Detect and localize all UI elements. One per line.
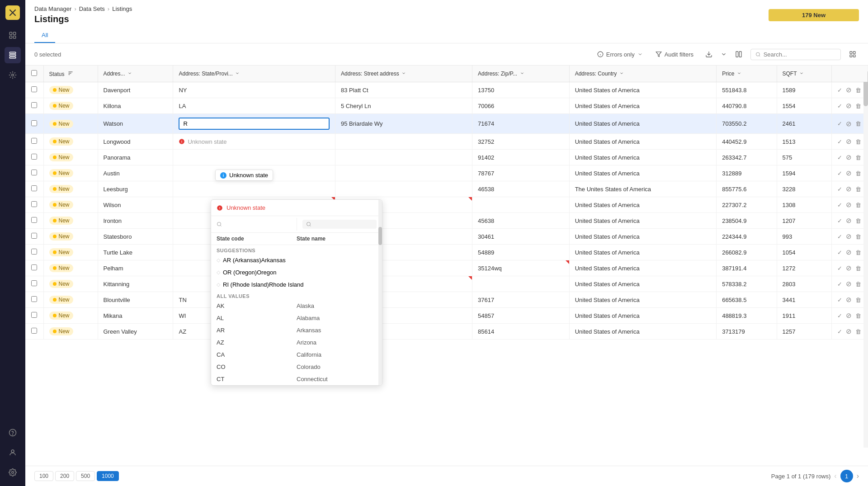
row-reject-icon[interactable]: ⊘ <box>846 169 852 177</box>
row-checkbox-cell[interactable] <box>25 82 43 98</box>
row-delete-icon[interactable]: 🗑 <box>855 87 861 94</box>
row-checkbox[interactable] <box>31 296 37 302</box>
page-size-500[interactable]: 500 <box>76 471 95 481</box>
row-confirm-icon[interactable]: ✓ <box>837 249 842 256</box>
row-country-cell[interactable]: United States of America <box>569 165 717 181</box>
row-sqft-cell[interactable]: 1308 <box>777 197 831 213</box>
sqft-column-header[interactable]: SQFT <box>777 66 831 82</box>
row-address-cell[interactable]: Mikana <box>98 308 173 324</box>
row-checkbox-cell[interactable] <box>25 114 43 134</box>
row-checkbox-cell[interactable] <box>25 165 43 181</box>
row-confirm-icon[interactable]: ✓ <box>837 170 842 177</box>
row-address-cell[interactable]: Austin <box>98 165 173 181</box>
row-country-cell[interactable]: United States of America <box>569 98 717 114</box>
row-checkbox-cell[interactable] <box>25 197 43 213</box>
row-country-cell[interactable]: United States of America <box>569 213 717 229</box>
page-size-200[interactable]: 200 <box>55 471 74 481</box>
dropdown-all-value-item[interactable]: ARArkansas <box>211 324 382 336</box>
row-country-cell[interactable]: United States of America <box>569 114 717 134</box>
row-checkbox[interactable] <box>31 249 37 255</box>
row-address-cell[interactable]: Ironton <box>98 213 173 229</box>
breadcrumb-data-sets[interactable]: Data Sets <box>79 5 105 12</box>
row-zip-cell[interactable] <box>472 276 570 292</box>
row-zip-cell[interactable]: 30461 <box>472 229 570 245</box>
row-zip-cell[interactable]: 45638 <box>472 213 570 229</box>
row-price-cell[interactable]: 488819.3 <box>717 308 777 324</box>
row-price-cell[interactable]: 3713179 <box>717 324 777 340</box>
row-zip-cell[interactable]: 46538 <box>472 181 570 197</box>
row-confirm-icon[interactable]: ✓ <box>837 120 842 127</box>
dropdown-scrollbar-thumb[interactable] <box>378 227 382 245</box>
row-reject-icon[interactable]: ⊘ <box>846 217 852 225</box>
row-zip-cell[interactable]: 37617 <box>472 292 570 308</box>
sidebar-settings-icon[interactable] <box>5 464 21 481</box>
row-address-cell[interactable]: Pelham <box>98 260 173 276</box>
dropdown-all-value-item[interactable]: AKAlaska <box>211 300 382 312</box>
state-column-header[interactable]: Address: State/Provi... <box>173 66 335 82</box>
row-confirm-icon[interactable]: ✓ <box>837 233 842 240</box>
row-address-cell[interactable]: Longwood <box>98 134 173 150</box>
row-state-cell[interactable] <box>173 114 335 134</box>
row-reject-icon[interactable]: ⊘ <box>846 102 852 110</box>
row-zip-cell[interactable]: 35124wq <box>472 260 570 276</box>
select-all-header[interactable] <box>25 66 43 82</box>
row-confirm-icon[interactable]: ✓ <box>837 297 842 303</box>
row-delete-icon[interactable]: 🗑 <box>855 202 861 208</box>
row-delete-icon[interactable]: 🗑 <box>855 103 861 109</box>
row-checkbox-cell[interactable] <box>25 308 43 324</box>
row-street-cell[interactable] <box>335 181 472 197</box>
row-checkbox-cell[interactable] <box>25 245 43 260</box>
row-delete-icon[interactable]: 🗑 <box>855 154 861 161</box>
row-checkbox[interactable] <box>31 217 37 223</box>
row-sqft-cell[interactable]: 1589 <box>777 82 831 98</box>
search-input[interactable] <box>764 51 836 58</box>
row-delete-icon[interactable]: 🗑 <box>855 170 861 177</box>
row-address-cell[interactable]: Turtle Lake <box>98 245 173 260</box>
suggestion-ri[interactable]: ◇ RI (Rhode Island) Rhode Island <box>211 278 382 291</box>
row-price-cell[interactable]: 263342.7 <box>717 150 777 165</box>
row-delete-icon[interactable]: 🗑 <box>855 281 861 288</box>
zip-column-header[interactable]: Address: Zip/P... <box>472 66 570 82</box>
row-sqft-cell[interactable]: 2803 <box>777 276 831 292</box>
row-address-cell[interactable]: Wilson <box>98 197 173 213</box>
row-price-cell[interactable]: 440790.8 <box>717 98 777 114</box>
row-reject-icon[interactable]: ⊘ <box>846 280 852 288</box>
row-checkbox-cell[interactable] <box>25 134 43 150</box>
row-checkbox-cell[interactable] <box>25 213 43 229</box>
row-address-cell[interactable]: Kittanning <box>98 276 173 292</box>
row-country-cell[interactable]: United States of America <box>569 229 717 245</box>
dropdown-all-value-item[interactable]: AZArizona <box>211 336 382 349</box>
row-price-cell[interactable]: 387191.4 <box>717 260 777 276</box>
row-state-cell[interactable]: NY <box>173 82 335 98</box>
row-reject-icon[interactable]: ⊘ <box>846 137 852 146</box>
row-country-cell[interactable]: United States of America <box>569 308 717 324</box>
row-reject-icon[interactable]: ⊘ <box>846 120 852 128</box>
row-address-cell[interactable]: Killona <box>98 98 173 114</box>
row-zip-cell[interactable] <box>472 197 570 213</box>
row-delete-icon[interactable]: 🗑 <box>855 217 861 224</box>
row-zip-cell[interactable]: 71674 <box>472 114 570 134</box>
row-sqft-cell[interactable]: 1911 <box>777 308 831 324</box>
page-1-btn[interactable]: 1 <box>840 470 853 482</box>
sidebar-data-icon[interactable] <box>5 47 21 63</box>
row-reject-icon[interactable]: ⊘ <box>846 296 852 304</box>
row-zip-cell[interactable]: 13750 <box>472 82 570 98</box>
row-sqft-cell[interactable]: 1513 <box>777 134 831 150</box>
row-price-cell[interactable]: 665638.5 <box>717 292 777 308</box>
page-size-1000[interactable]: 1000 <box>97 471 119 481</box>
row-checkbox[interactable] <box>31 185 37 191</box>
dropdown-scrollbar[interactable] <box>378 200 382 385</box>
row-country-cell[interactable]: United States of America <box>569 197 717 213</box>
row-address-cell[interactable]: Leesburg <box>98 181 173 197</box>
row-country-cell[interactable]: United States of America <box>569 276 717 292</box>
row-reject-icon[interactable]: ⊘ <box>846 185 852 193</box>
row-confirm-icon[interactable]: ✓ <box>837 186 842 193</box>
row-confirm-icon[interactable]: ✓ <box>837 103 842 109</box>
row-confirm-icon[interactable]: ✓ <box>837 312 842 319</box>
row-country-cell[interactable]: United States of America <box>569 324 717 340</box>
row-sqft-cell[interactable]: 1054 <box>777 245 831 260</box>
row-address-cell[interactable]: Watson <box>98 114 173 134</box>
row-delete-icon[interactable]: 🗑 <box>855 297 861 303</box>
search-box[interactable] <box>750 49 841 60</box>
row-checkbox[interactable] <box>31 328 37 334</box>
